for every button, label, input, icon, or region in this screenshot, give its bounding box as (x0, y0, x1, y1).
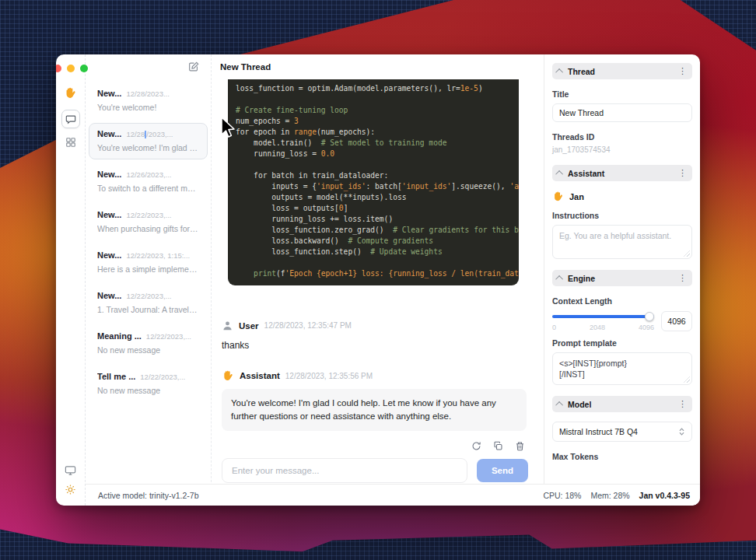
chat-input-row: Send (222, 458, 528, 483)
regenerate-button[interactable] (471, 441, 481, 451)
delete-button[interactable] (515, 441, 525, 451)
thread-list-item[interactable]: New... 12/28/2023... You're welcome! (89, 82, 208, 119)
new-thread-button[interactable] (187, 61, 200, 73)
active-model-status: Active model: trinity-v1.2-7b (98, 491, 534, 500)
send-button[interactable]: Send (477, 459, 528, 482)
regenerate-icon (471, 441, 481, 451)
message-role: User (239, 321, 259, 331)
max-tokens-label: Max Tokens (552, 452, 692, 461)
threads-id-label: Threads ID (552, 132, 692, 142)
prompt-template-label: Prompt template (552, 338, 692, 348)
context-length-label: Context Length (552, 296, 692, 306)
thread-list-item[interactable]: New... 12/22/2023,... When purchasing gi… (89, 204, 208, 240)
slider-knob[interactable] (645, 312, 654, 321)
thread-preview: You're welcome! (97, 103, 199, 112)
thread-list-item[interactable]: New... 12/22/2023,... 1. Travel Journal:… (89, 285, 208, 321)
title-label: Title (552, 89, 692, 99)
thread-preview: No new message (97, 386, 199, 395)
close-window-button[interactable] (56, 65, 61, 72)
traffic-lights (56, 65, 88, 72)
code-line (236, 94, 511, 105)
thread-preview: No new message (97, 345, 199, 355)
section-header-model[interactable]: Model ⋮ (552, 396, 692, 412)
instructions-label: Instructions (552, 211, 692, 220)
thread-list: New... 12/28/2023... You're welcome! New… (86, 79, 211, 406)
prompt-template-textarea[interactable]: <s>[INST]{prompt} [/INST] (552, 352, 692, 385)
message-timestamp: 12/28/2023, 12:35:47 PM (264, 321, 352, 330)
code-line: loss = outputs[0] (236, 203, 511, 214)
thread-preview: Here is a simple implementati... (97, 264, 199, 274)
cpu-status: CPU: 18% (543, 491, 581, 500)
instructions-placeholder: Eg. You are a helpful assistant. (559, 231, 671, 240)
thread-title: Meaning ... (97, 331, 142, 341)
code-line: loss.backward() # Compute gradients (236, 236, 511, 247)
context-length-slider[interactable] (552, 311, 654, 322)
chevron-up-icon (555, 170, 563, 178)
instructions-textarea[interactable]: Eg. You are a helpful assistant. (552, 225, 692, 259)
slider-track (552, 315, 654, 318)
tick-mid: 2048 (590, 324, 605, 331)
kebab-menu-icon[interactable]: ⋮ (678, 67, 687, 75)
message-text: thanks (222, 340, 527, 351)
chevron-up-icon (555, 401, 563, 409)
kebab-menu-icon[interactable]: ⋮ (678, 274, 687, 282)
thread-date: 12/22/2023,... (140, 373, 185, 381)
thread-list-item[interactable]: Tell me ... 12/22/2023,... No new messag… (89, 366, 208, 402)
kebab-menu-icon[interactable]: ⋮ (678, 400, 687, 408)
code-line: print(f'Epoch {epoch+1} loss: {running_l… (236, 268, 511, 279)
code-line: running_loss = 0.0 (236, 149, 511, 159)
thread-list-item[interactable]: New... 12/26/2023,... To switch to a dif… (89, 163, 208, 200)
memory-status: Mem: 28% (590, 491, 629, 500)
nav-system-monitor[interactable] (65, 464, 76, 476)
section-header-engine[interactable]: Engine ⋮ (552, 270, 692, 286)
gear-icon (65, 484, 76, 495)
threads-id-value: jan_1703574534 (552, 145, 692, 154)
thread-list-item[interactable]: New... 12/22/2023, 1:15:... Here is a si… (89, 244, 208, 281)
nav-settings[interactable] (65, 484, 76, 495)
chat-header: New Thread (212, 54, 544, 79)
settings-panel: Thread ⋮ Title Threads ID jan_1703574534… (544, 54, 700, 506)
model-select-value: Mistral Instruct 7B Q4 (559, 427, 678, 436)
thread-title: New... (97, 89, 121, 98)
desktop-wallpaper: New... 12/28/2023... You're welcome! New… (0, 0, 756, 560)
model-select[interactable]: Mistral Instruct 7B Q4 (552, 422, 692, 442)
nav-hub-grid[interactable] (65, 137, 76, 148)
section-title: Model (568, 400, 674, 409)
prompt-template-line1: <s>[INST]{prompt} (559, 358, 685, 369)
code-line: running_loss += loss.item() (236, 214, 511, 225)
monitor-icon (65, 464, 76, 476)
thread-date: 12/28/2023... (126, 89, 169, 98)
thread-title: New... (97, 210, 121, 219)
code-line: for batch in train_dataloader: (236, 170, 511, 181)
chevron-up-down-icon (678, 427, 685, 436)
assistant-avatar-wave-icon (222, 369, 234, 382)
compose-icon (187, 61, 200, 73)
page-title: New Thread (220, 62, 271, 72)
kebab-menu-icon[interactable]: ⋮ (678, 169, 687, 177)
copy-icon (493, 441, 503, 451)
resize-handle[interactable] (684, 250, 690, 257)
section-title: Thread (568, 67, 674, 76)
code-line: loss_function = optim.Adam(model.paramet… (236, 83, 511, 94)
message-input[interactable] (222, 458, 467, 483)
thread-title-input[interactable] (552, 103, 692, 122)
thread-title: New... (97, 291, 121, 300)
section-header-assistant[interactable]: Assistant ⋮ (552, 165, 692, 181)
thread-list-item[interactable]: Meaning ... 12/22/2023,... No new messag… (89, 325, 208, 362)
thread-preview: To switch to a different model,... (97, 184, 199, 193)
nav-chat-active[interactable] (61, 110, 80, 128)
thread-date: 12/22/2023, 1:15:... (126, 251, 190, 260)
prompt-template-line2: [/INST] (559, 369, 685, 380)
user-avatar (222, 320, 233, 331)
app-version: Jan v0.4.3-95 (639, 491, 690, 500)
thread-title: New... (97, 170, 121, 179)
copy-button[interactable] (493, 441, 503, 451)
code-line: loss_function.zero_grad() # Clear gradie… (236, 225, 511, 236)
context-length-value[interactable]: 4096 (661, 311, 692, 331)
section-title: Assistant (568, 169, 674, 178)
message-timestamp: 12/28/2023, 12:35:56 PM (285, 372, 373, 380)
thread-list-item[interactable]: New... 12/28/2023,... You're welcome! I'… (89, 123, 208, 159)
section-header-thread[interactable]: Thread ⋮ (552, 63, 692, 79)
wave-icon (552, 191, 564, 202)
minimize-window-button[interactable] (67, 65, 75, 72)
